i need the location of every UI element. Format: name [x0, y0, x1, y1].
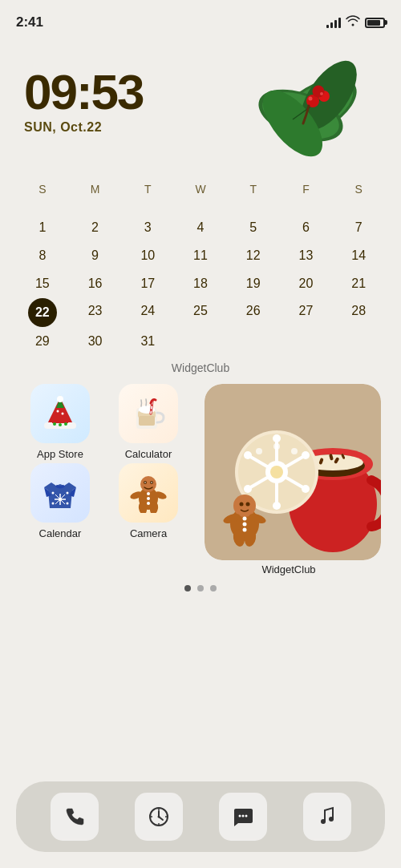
app-store-icon [30, 384, 90, 443]
widgetclub-calendar-label: WidgetClub [0, 361, 401, 374]
page-dot-2 [197, 585, 204, 591]
cal-header-s2: S [332, 180, 385, 199]
svg-point-38 [67, 503, 69, 505]
status-icons [326, 15, 385, 30]
svg-point-12 [320, 92, 323, 95]
page-dot-1 [184, 585, 191, 591]
svg-point-85 [243, 517, 247, 521]
dock-music-icon [303, 793, 351, 841]
svg-point-87 [243, 528, 247, 532]
calendar-today: 22 [28, 298, 57, 327]
dock-messages-icon [219, 793, 267, 841]
dock-phone-icon [51, 793, 99, 841]
svg-point-35 [52, 492, 55, 495]
svg-point-48 [147, 497, 150, 500]
svg-point-76 [256, 448, 262, 454]
holly-decoration [249, 43, 377, 172]
cal-header-t2: T [227, 180, 280, 199]
camera-label: Camera [130, 527, 167, 539]
calendar-label: Calendar [39, 527, 82, 539]
calculator-app[interactable]: Calculator [104, 384, 192, 460]
svg-point-78 [233, 495, 256, 517]
svg-point-84 [246, 503, 250, 507]
apps-left-col: App Store [16, 384, 192, 539]
svg-point-67 [273, 502, 281, 510]
apps-row-pair: App Store [16, 384, 385, 575]
page-dot-3 [210, 585, 217, 591]
svg-point-40 [140, 476, 156, 492]
cal-row-0 [16, 204, 385, 213]
svg-point-74 [273, 443, 280, 450]
svg-point-91 [157, 816, 160, 818]
svg-point-75 [291, 448, 298, 454]
svg-point-10 [313, 86, 325, 98]
svg-point-96 [238, 815, 241, 818]
dock-clock[interactable] [133, 791, 184, 842]
cal-header-w: W [174, 180, 227, 199]
cal-header-s1: S [16, 180, 69, 199]
camera-app[interactable]: Camera [104, 463, 192, 539]
widgetclub-widget[interactable] [205, 384, 381, 560]
svg-point-99 [321, 819, 326, 824]
svg-point-100 [329, 817, 334, 822]
svg-point-83 [240, 503, 244, 507]
svg-point-73 [270, 466, 283, 478]
wifi-icon [346, 15, 360, 30]
svg-point-37 [52, 503, 55, 505]
cal-row-3: 15 16 17 18 19 20 21 [16, 271, 385, 297]
app-store[interactable]: App Store [16, 384, 104, 460]
calculator-icon [119, 384, 178, 443]
dock [16, 781, 385, 852]
app-store-label: App Store [37, 448, 83, 460]
svg-point-49 [147, 502, 150, 505]
status-bar: 2:41 [0, 0, 401, 35]
svg-point-68 [244, 451, 252, 459]
svg-point-47 [147, 492, 150, 495]
svg-point-97 [241, 815, 244, 818]
camera-app-icon [119, 463, 178, 523]
svg-point-22 [57, 410, 59, 413]
cal-header-m: M [69, 180, 122, 199]
calculator-label: Calculator [125, 448, 172, 460]
widgetclub-large-widget-container: WidgetClub [196, 384, 381, 575]
clock-date-block: 09:53 SUN, Oct.22 [24, 43, 144, 135]
svg-point-36 [67, 492, 69, 495]
dock-music[interactable] [302, 791, 353, 842]
calendar-widget: S M T W T F S 1 2 3 4 5 6 7 8 9 10 11 12… [16, 180, 385, 355]
widgetclub-widget-label: WidgetClub [261, 563, 315, 575]
svg-point-23 [62, 413, 64, 415]
cal-row-2: 8 9 10 11 12 13 14 [16, 243, 385, 269]
clock-time: 09:53 [24, 67, 144, 117]
dock-messages[interactable] [217, 791, 269, 842]
dock-phone[interactable] [49, 791, 100, 842]
dock-clock-icon [135, 793, 183, 841]
cal-header-f: F [280, 180, 333, 199]
svg-point-66 [273, 434, 281, 442]
battery-icon [365, 18, 385, 28]
svg-point-21 [64, 422, 67, 426]
svg-point-11 [309, 97, 313, 101]
svg-point-50 [144, 482, 146, 483]
svg-point-98 [245, 815, 247, 818]
calendar-app[interactable]: Calendar [16, 463, 104, 539]
status-time: 2:41 [16, 14, 43, 30]
page-dots [0, 585, 401, 591]
apps-row-2: Calendar [16, 463, 192, 539]
apps-row-1: App Store [16, 384, 192, 460]
apps-section: App Store [0, 384, 401, 575]
svg-point-17 [57, 396, 63, 402]
clock-widget: 09:53 SUN, Oct.22 [0, 35, 401, 172]
cal-row-1: 1 2 3 4 5 6 7 [16, 215, 385, 241]
cal-row-5: 29 30 31 [16, 329, 385, 355]
svg-point-34 [59, 498, 62, 501]
calendar-app-icon [30, 463, 90, 523]
clock-date-text: SUN, Oct.22 [24, 120, 144, 135]
svg-point-71 [302, 485, 310, 493]
svg-point-51 [151, 482, 152, 483]
svg-point-70 [244, 485, 252, 493]
svg-point-19 [53, 422, 56, 426]
signal-icon [326, 17, 341, 28]
svg-point-86 [243, 523, 247, 527]
cal-header-t1: T [121, 180, 174, 199]
cal-row-4: 22 23 24 25 26 27 28 [16, 298, 385, 327]
